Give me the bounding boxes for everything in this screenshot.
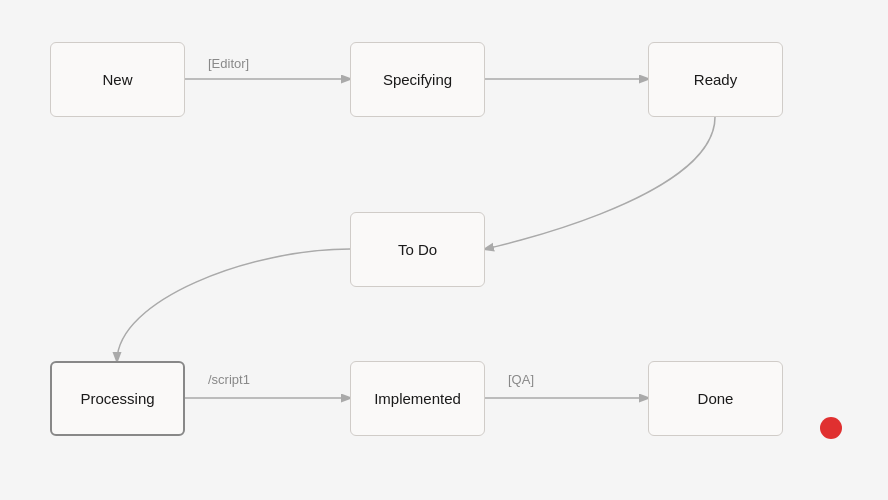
node-done-label: Done (698, 390, 734, 407)
node-implemented-label: Implemented (374, 390, 461, 407)
node-specifying-label: Specifying (383, 71, 452, 88)
node-new-label: New (102, 71, 132, 88)
node-todo-label: To Do (398, 241, 437, 258)
red-dot[interactable] (820, 417, 842, 439)
node-todo[interactable]: To Do (350, 212, 485, 287)
node-ready[interactable]: Ready (648, 42, 783, 117)
node-processing-label: Processing (80, 390, 154, 407)
node-ready-label: Ready (694, 71, 737, 88)
edge-label-editor: [Editor] (208, 56, 249, 71)
edge-label-qa: [QA] (508, 372, 534, 387)
diagram-container: New Specifying Ready To Do Processing Im… (0, 0, 888, 500)
node-specifying[interactable]: Specifying (350, 42, 485, 117)
node-done[interactable]: Done (648, 361, 783, 436)
node-processing[interactable]: Processing (50, 361, 185, 436)
node-new[interactable]: New (50, 42, 185, 117)
edge-label-script1: /script1 (208, 372, 250, 387)
node-implemented[interactable]: Implemented (350, 361, 485, 436)
